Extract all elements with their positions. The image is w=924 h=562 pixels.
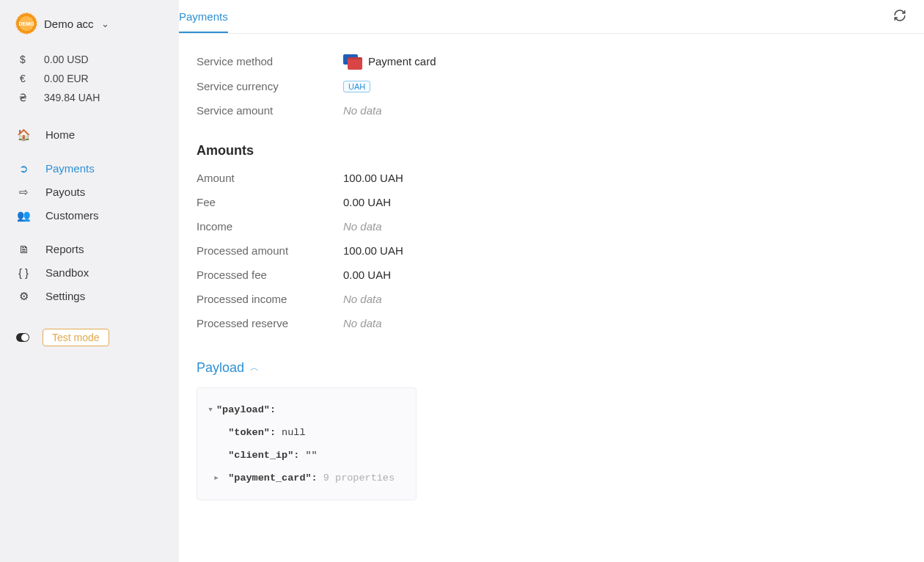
json-line: "client_ip": "" [208,444,403,467]
value: 0.00 UAH [343,196,391,208]
label: Processed reserve [197,317,343,329]
dollar-icon: $ [16,50,29,69]
sidebar-item-label: Home [45,128,75,142]
balances-block: $ 0.00 USD € 0.00 EUR ₴ 349.84 UAH [0,41,179,113]
label: Income [197,220,343,233]
balance-value: 349.84 UAH [44,88,100,107]
sidebar-item-payments[interactable]: ➲ Payments [0,157,179,180]
value: 0.00 UAH [343,269,391,281]
json-line: "token": null [208,421,403,444]
tab-payments[interactable]: Payments [179,0,228,33]
label: Service method [197,55,343,67]
sidebar-item-label: Reports [45,242,84,257]
sidebar-item-customers[interactable]: 👥 Customers [0,204,179,227]
tabbar: Payments [179,0,924,34]
sidebar-item-reports[interactable]: 🗎 Reports [0,238,179,261]
hryvnia-icon: ₴ [16,88,29,107]
label: Processed fee [197,269,343,281]
value: 100.00 UAH [343,244,403,257]
balance-value: 0.00 EUR [44,69,89,88]
test-mode-toggle[interactable] [16,333,29,342]
payload-json: ▾ "payload": "token": null "client_ip": … [197,387,417,500]
amounts-row: Amount100.00 UAH [197,166,906,190]
main: Payments Service method Payment card [179,0,924,562]
payload-title: Payload [197,360,244,376]
row-service-amount: Service amount No data [197,98,906,123]
balance-usd: $ 0.00 USD [16,50,166,69]
value-text: Payment card [368,55,436,67]
chevron-up-icon: ︿ [250,362,259,374]
account-switcher[interactable]: Demo acc ⌄ [0,10,179,41]
home-icon: 🏠 [16,128,31,142]
file-icon: 🗎 [16,242,31,257]
value: No data [343,293,382,305]
sidebar-item-settings[interactable]: ⚙ Settings [0,285,179,308]
sidebar-item-label: Sandbox [45,266,89,280]
payload-collapser[interactable]: Payload ︿ [197,360,906,376]
amounts-row: Processed amount100.00 UAH [197,238,906,263]
label: Processed income [197,293,343,305]
out-arrow-icon: ⇨ [16,185,31,200]
sidebar-item-payouts[interactable]: ⇨ Payouts [0,180,179,204]
chevron-down-icon: ⌄ [101,18,109,29]
sidebar-item-label: Payouts [45,185,85,200]
value: No data [343,317,382,329]
value: No data [343,220,382,233]
json-line[interactable]: ▸ "payment_card": 9 properties [208,467,403,489]
balance-value: 0.00 USD [44,50,89,69]
balance-uah: ₴ 349.84 UAH [16,88,166,107]
label: Amount [197,172,343,184]
braces-icon: { } [16,266,31,280]
gear-icon: ⚙ [16,289,31,304]
value: Payment card [343,54,436,67]
sidebar-item-home[interactable]: 🏠 Home [0,123,179,147]
label: Service amount [197,104,343,117]
in-arrow-icon: ➲ [16,161,31,176]
label: Service currency [197,80,343,92]
balance-eur: € 0.00 EUR [16,69,166,88]
sidebar-item-label: Settings [45,289,85,304]
sidebar-item-sandbox[interactable]: { } Sandbox [0,261,179,285]
test-mode-button[interactable]: Test mode [43,329,109,346]
amounts-row: IncomeNo data [197,214,906,238]
amounts-title: Amounts [197,143,906,158]
currency-badge: UAH [343,81,370,92]
amounts-row: Processed reserveNo data [197,311,906,335]
value: UAH [343,79,370,92]
row-service-currency: Service currency UAH [197,73,906,98]
sidebar-item-label: Payments [45,161,95,176]
users-icon: 👥 [16,208,31,223]
account-logo [16,13,37,34]
json-line[interactable]: ▾ "payload": [208,398,403,421]
value: 100.00 UAH [343,172,403,184]
refresh-icon[interactable] [893,1,906,32]
service-block: Service method Payment card Service curr… [197,48,906,123]
label: Processed amount [197,244,343,257]
amounts-block: Amount100.00 UAHFee0.00 UAHIncomeNo data… [197,166,906,335]
payment-card-icon [343,54,362,67]
value: No data [343,104,382,117]
row-service-method: Service method Payment card [197,48,906,73]
amounts-row: Processed incomeNo data [197,287,906,311]
amounts-row: Processed fee0.00 UAH [197,263,906,287]
label: Fee [197,196,343,208]
euro-icon: € [16,69,29,88]
sidebar-item-label: Customers [45,208,99,223]
amounts-row: Fee0.00 UAH [197,190,906,214]
content-card: Payments Service method Payment card [179,0,924,562]
sidebar-nav: 🏠 Home ➲ Payments ⇨ Payouts 👥 Customers … [0,123,179,351]
account-name: Demo acc [44,18,94,30]
sidebar: Demo acc ⌄ $ 0.00 USD € 0.00 EUR ₴ 349.8… [0,0,179,562]
